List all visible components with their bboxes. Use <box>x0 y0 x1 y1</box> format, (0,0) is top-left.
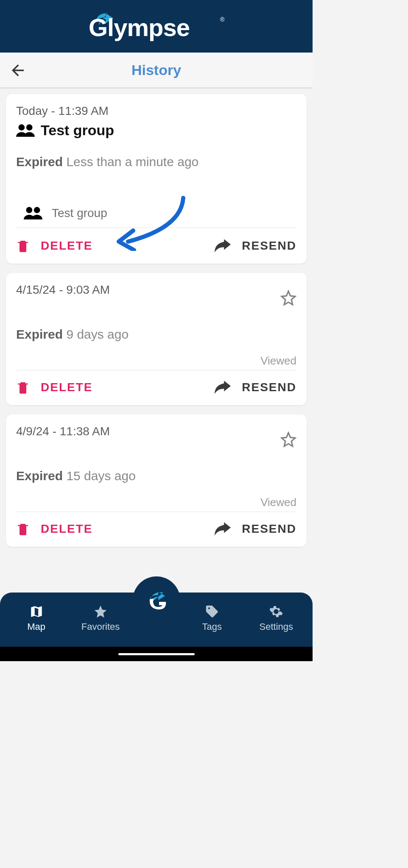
status-row: Expired 15 days ago <box>16 469 296 483</box>
tag-icon <box>205 604 219 619</box>
card-title: Test group <box>41 122 114 139</box>
page-title: History <box>0 62 313 78</box>
resend-label: RESEND <box>242 522 296 536</box>
delete-button[interactable]: DELETE <box>16 380 92 395</box>
svg-text:®: ® <box>220 16 224 23</box>
favorite-toggle[interactable] <box>280 431 296 449</box>
status-row: Expired 9 days ago <box>16 327 296 342</box>
svg-point-6 <box>142 586 171 615</box>
status-row: Expired Less than a minute ago <box>16 155 296 169</box>
history-list: Today - 11:39 AM Test group Expired Less… <box>0 88 313 661</box>
delete-label: DELETE <box>41 239 92 253</box>
nav-settings[interactable]: Settings <box>246 604 306 632</box>
nav-favorites[interactable]: Favorites <box>71 604 130 632</box>
svg-point-3 <box>26 124 33 131</box>
back-button[interactable] <box>8 60 28 81</box>
resend-button[interactable]: RESEND <box>215 522 296 536</box>
nav-map[interactable]: Map <box>7 604 66 632</box>
nav-label: Map <box>27 621 45 632</box>
svg-point-5 <box>34 207 40 213</box>
svg-text:Glympse: Glympse <box>89 14 190 41</box>
viewed-label: Viewed <box>16 496 296 509</box>
gear-icon <box>269 604 283 619</box>
glympse-fab[interactable] <box>135 579 178 621</box>
card-actions: DELETE RESEND <box>16 228 296 253</box>
favorite-toggle[interactable] <box>280 290 296 308</box>
system-home-bar <box>0 647 313 661</box>
glympse-logo: Glympse ® <box>89 10 224 43</box>
delete-button[interactable]: DELETE <box>16 521 92 537</box>
delete-label: DELETE <box>41 381 92 394</box>
status-label: Expired <box>16 155 63 169</box>
status-label: Expired <box>16 469 63 483</box>
glympse-fab-icon <box>141 585 172 615</box>
card-actions: DELETE RESEND <box>16 370 296 395</box>
status-label: Expired <box>16 327 63 341</box>
resend-label: RESEND <box>242 239 296 253</box>
status-detail: 15 days ago <box>66 469 135 483</box>
viewed-label: Viewed <box>16 354 296 367</box>
svg-point-4 <box>26 207 33 213</box>
bottom-nav-container: Map Favorites Tags Settings <box>0 593 313 661</box>
brand-header: Glympse ® <box>0 0 313 53</box>
nav-label: Settings <box>260 621 293 632</box>
home-indicator[interactable] <box>118 653 195 655</box>
card-actions: DELETE RESEND <box>16 512 296 537</box>
share-arrow-icon <box>215 239 231 253</box>
history-card[interactable]: 4/9/24 - 11:38 AM Expired 15 days ago Vi… <box>6 415 307 547</box>
history-card[interactable]: 4/15/24 - 9:03 AM Expired 9 days ago Vie… <box>6 273 307 405</box>
map-icon <box>29 604 44 619</box>
member-name: Test group <box>52 206 107 220</box>
status-detail: Less than a minute ago <box>66 155 198 169</box>
resend-button[interactable]: RESEND <box>215 381 296 394</box>
group-icon <box>24 207 42 220</box>
trash-icon <box>16 238 30 253</box>
member-row[interactable]: Test group <box>16 199 296 228</box>
resend-label: RESEND <box>242 381 296 394</box>
share-arrow-icon <box>215 381 231 394</box>
star-outline-icon <box>280 431 296 448</box>
delete-label: DELETE <box>41 522 92 536</box>
nav-tags[interactable]: Tags <box>182 604 242 632</box>
resend-button[interactable]: RESEND <box>215 239 296 253</box>
nav-label: Favorites <box>81 621 120 632</box>
history-card[interactable]: Today - 11:39 AM Test group Expired Less… <box>6 94 307 264</box>
card-timestamp: Today - 11:39 AM <box>16 104 296 118</box>
delete-button[interactable]: DELETE <box>16 238 92 253</box>
page-header: History <box>0 53 313 88</box>
trash-icon <box>16 380 30 395</box>
bottom-nav: Map Favorites Tags Settings <box>0 593 313 647</box>
card-timestamp: 4/15/24 - 9:03 AM <box>16 283 296 297</box>
star-outline-icon <box>280 290 296 306</box>
trash-icon <box>16 521 30 537</box>
arrow-left-icon <box>9 61 27 79</box>
nav-label: Tags <box>202 621 222 632</box>
svg-point-2 <box>19 124 25 131</box>
share-arrow-icon <box>215 522 231 536</box>
status-detail: 9 days ago <box>66 327 129 341</box>
star-icon <box>93 604 108 619</box>
card-timestamp: 4/9/24 - 11:38 AM <box>16 425 296 438</box>
group-icon <box>16 124 35 137</box>
